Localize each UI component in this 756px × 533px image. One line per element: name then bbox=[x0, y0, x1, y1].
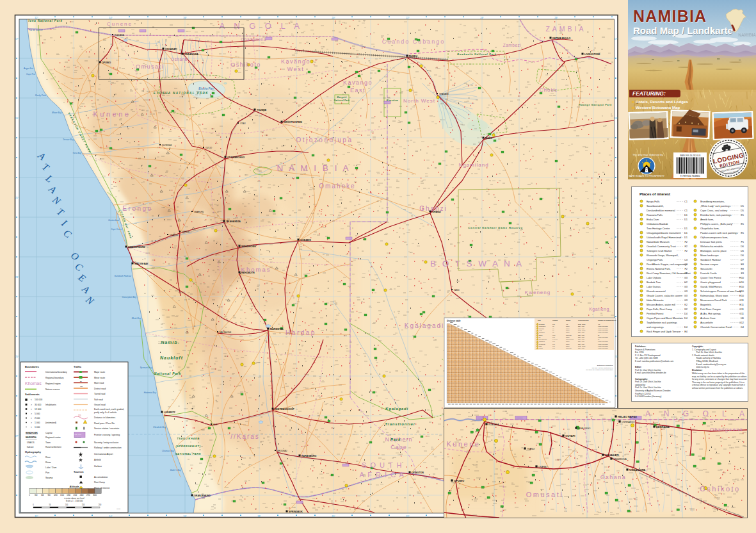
svg-text:1. Cartography and Layout: 1. Cartography and Layout bbox=[692, 348, 716, 351]
svg-text:Uukwaluudhi Royal Homestead: Uukwaluudhi Royal Homestead bbox=[647, 236, 681, 239]
svg-text:Chamais Bay: Chamais Bay bbox=[162, 450, 174, 452]
svg-text:F2: F2 bbox=[684, 240, 688, 243]
svg-text:1200: 1200 bbox=[54, 494, 58, 496]
svg-text:Hydrography: Hydrography bbox=[25, 450, 42, 454]
svg-text:Places of interest: Places of interest bbox=[639, 192, 670, 196]
svg-text:1:10: 1:10 bbox=[552, 336, 555, 338]
svg-text:Quiver Tree Forest: Quiver Tree Forest bbox=[700, 276, 721, 279]
svg-text:Rest Camp: Rest Camp bbox=[94, 481, 105, 484]
svg-text:LIVINGSTONE: LIVINGSTONE bbox=[584, 53, 600, 56]
svg-text:21°: 21° bbox=[615, 197, 618, 199]
svg-text:Regional centre: Regional centre bbox=[45, 436, 61, 439]
svg-text:No: No bbox=[598, 339, 599, 340]
svg-text:Angra Fria: Angra Fria bbox=[23, 67, 33, 70]
svg-text:East - West: East - West bbox=[578, 341, 584, 342]
svg-text:Tourism: Tourism bbox=[74, 470, 84, 473]
svg-text:H10: H10 bbox=[739, 276, 744, 279]
svg-text:Twyfelfontein rock paintings: Twyfelfontein rock paintings bbox=[647, 321, 677, 324]
svg-text:Kgalagadi: Kgalagadi bbox=[385, 407, 408, 411]
svg-text:It agile beforehand: It agile beforehand bbox=[598, 341, 608, 342]
svg-text:C26: C26 bbox=[80, 386, 83, 388]
svg-text:OPUWO: OPUWO bbox=[102, 62, 111, 64]
svg-text:N A M I B I A: N A M I B I A bbox=[277, 163, 351, 173]
svg-text:Cape Cross, seal colony: Cape Cross, seal colony bbox=[700, 209, 727, 212]
svg-text:G3: G3 bbox=[684, 276, 688, 279]
svg-text:E5: E5 bbox=[741, 213, 744, 217]
svg-text:Kgatleng: Kgatleng bbox=[589, 307, 609, 312]
svg-text:Organ-Pipes and Burnt Mountain: Organ-Pipes and Burnt Mountain bbox=[647, 316, 683, 320]
svg-text:1:6: 1:6 bbox=[552, 328, 554, 329]
svg-text:2750: 2750 bbox=[86, 494, 90, 496]
svg-text:1:10: 1:10 bbox=[552, 343, 555, 345]
svg-text:Inhabitants: Inhabitants bbox=[45, 404, 56, 406]
svg-text:9 789916 763865: 9 789916 763865 bbox=[680, 174, 700, 177]
svg-text:D1: D1 bbox=[684, 218, 688, 221]
svg-text:1:10: 1:10 bbox=[552, 348, 555, 349]
svg-text:OTAVI: OTAVI bbox=[240, 122, 246, 125]
svg-text:Projects & Promotions: Projects & Promotions bbox=[635, 348, 655, 351]
svg-text:Kgalagadi: Kgalagadi bbox=[405, 322, 444, 329]
svg-text:East - West: East - West bbox=[578, 328, 584, 329]
svg-text:150: 150 bbox=[82, 504, 85, 506]
svg-text:Onankali Community Trust: Onankali Community Trust bbox=[647, 245, 677, 248]
svg-text:E8: E8 bbox=[741, 267, 744, 270]
svg-text:6:00-18:00: 6:00-18:00 bbox=[74, 436, 81, 438]
svg-text:26°: 26° bbox=[554, 17, 558, 19]
svg-text:NATIONAL PARK: NATIONAL PARK bbox=[175, 452, 202, 455]
svg-text:Tel. +264 (0)81 401 6088: Tel. +264 (0)81 401 6088 bbox=[635, 357, 658, 359]
svg-text:Traffic: Traffic bbox=[74, 365, 82, 368]
svg-text:Kunene: Kunene bbox=[447, 440, 481, 448]
svg-text:Omusati: Omusati bbox=[526, 491, 563, 498]
svg-text:This map is the exclusive prop: This map is the exclusive property of th… bbox=[692, 381, 744, 384]
svg-text:It agile beforehand: It agile beforehand bbox=[598, 343, 608, 345]
svg-text:Editor:: Editor: bbox=[635, 366, 641, 368]
svg-text:VISA 6-18: VISA 6-18 bbox=[74, 434, 81, 436]
svg-text:Transfrontier: Transfrontier bbox=[385, 422, 415, 426]
svg-text:Minor route: Minor route bbox=[94, 377, 105, 379]
svg-text:Meob Bay: Meob Bay bbox=[132, 317, 141, 320]
svg-text:map, no liability can be accep: map, no liability can be accepted by the… bbox=[692, 375, 747, 378]
svg-text:FEATURING:: FEATURING: bbox=[632, 90, 666, 97]
svg-text:Surface: Surface bbox=[566, 320, 571, 321]
svg-text:18°: 18° bbox=[257, 17, 261, 19]
svg-text:Erongo: Erongo bbox=[122, 205, 152, 212]
svg-text:WINDHOEK: WINDHOEK bbox=[26, 432, 38, 434]
svg-text:1:5: 1:5 bbox=[552, 332, 554, 333]
svg-text:„White Lady“ rock paintings: „White Lady“ rock paintings bbox=[700, 204, 730, 208]
svg-text:OKAHAO: OKAHAO bbox=[538, 466, 548, 468]
svg-text:OSHIKANGO: OSHIKANGO bbox=[622, 421, 635, 423]
svg-text:B O T S W A N A: B O T S W A N A bbox=[430, 259, 524, 268]
svg-text:Mangetti: Mangetti bbox=[337, 96, 347, 99]
svg-text:Khomas: Khomas bbox=[25, 381, 42, 386]
svg-text:12°: 12° bbox=[35, 515, 38, 518]
svg-text:MAUN: MAUN bbox=[485, 137, 492, 140]
svg-text:Otjozondjupa: Otjozondjupa bbox=[296, 136, 353, 144]
svg-text:It agile beforehand: It agile beforehand bbox=[598, 328, 608, 329]
svg-text:■: ■ bbox=[632, 105, 634, 110]
svg-text:F2: F2 bbox=[684, 267, 688, 270]
svg-text:West: West bbox=[287, 66, 304, 72]
svg-text:H6: H6 bbox=[741, 316, 744, 320]
svg-text:2. Roads network details: 2. Roads network details bbox=[692, 354, 714, 357]
svg-text:E10: E10 bbox=[739, 285, 744, 288]
svg-text:KATIMA MULILO: KATIMA MULILO bbox=[552, 37, 571, 40]
svg-text:14°: 14° bbox=[109, 17, 113, 19]
svg-text:>: > bbox=[31, 422, 32, 424]
svg-text:in km: in km bbox=[117, 508, 120, 510]
svg-text:F2: F2 bbox=[684, 245, 688, 248]
svg-text:Remhoogte: Remhoogte bbox=[539, 343, 545, 345]
svg-text:Accomodation: Accomodation bbox=[94, 476, 108, 479]
svg-text:300: 300 bbox=[35, 494, 38, 496]
svg-text:C1: C1 bbox=[684, 209, 688, 212]
svg-text:ETOSHA NATIONAL PARK: ETOSHA NATIONAL PARK bbox=[154, 92, 209, 95]
svg-text:KARIBIB: KARIBIB bbox=[182, 231, 189, 233]
svg-text:Namib-: Namib- bbox=[161, 340, 180, 345]
svg-text:Sossusvlei: Sossusvlei bbox=[700, 267, 712, 270]
svg-text:Arnhem Cave: Arnhem Cave bbox=[700, 316, 716, 320]
svg-text:Dorslandtrekker memorial: Dorslandtrekker memorial bbox=[647, 209, 675, 212]
svg-text:D6: D6 bbox=[741, 245, 744, 248]
svg-text:Garub, Wild Horses: Garub, Wild Horses bbox=[700, 285, 722, 288]
svg-text:East - West: East - West bbox=[578, 325, 584, 327]
svg-text:Swamp: Swamp bbox=[45, 477, 52, 479]
svg-text:Gravel: Gravel bbox=[566, 328, 570, 329]
